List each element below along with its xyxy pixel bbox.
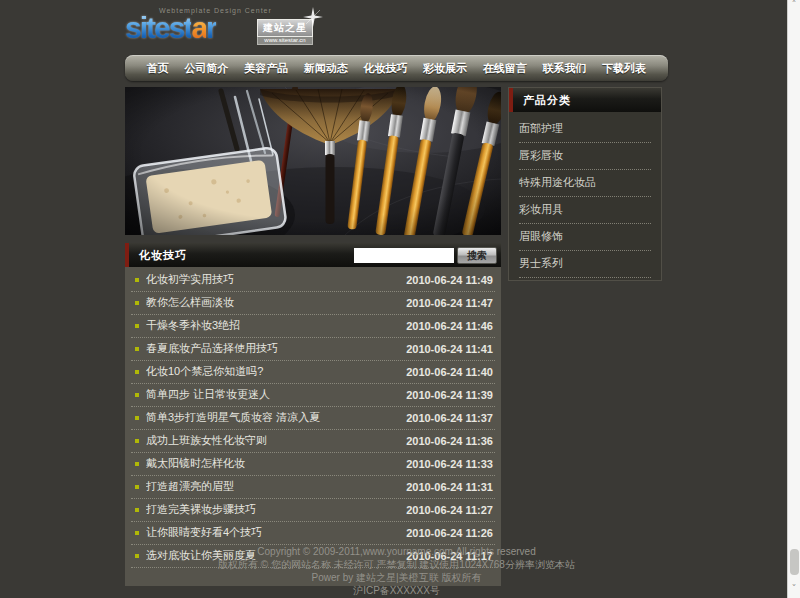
news-list-item[interactable]: 教你怎么样画淡妆2010-06-24 11:47 (131, 292, 495, 315)
logo-wordmark-part1: sitest (125, 11, 191, 44)
bullet-icon (135, 301, 139, 305)
sidebar-item-mens-series[interactable]: 男士系列 (519, 251, 651, 278)
news-item-title[interactable]: 化妆初学实用技巧 (146, 272, 398, 287)
footer-icp: 沪ICP备XXXXXX号 (125, 584, 668, 597)
news-list-item[interactable]: 戴太阳镜时怎样化妆2010-06-24 11:33 (131, 453, 495, 476)
footer-powered-by: Power by 建站之星|美橙互联 版权所有 (125, 571, 668, 584)
bullet-icon (135, 485, 139, 489)
news-item-date: 2010-06-24 11:49 (406, 274, 493, 286)
sidebar-item-facial-care[interactable]: 面部护理 (519, 116, 651, 143)
makeup-tips-title: 化妆技巧 (129, 248, 187, 263)
logo-wordmark: sitestar (125, 13, 216, 43)
news-list-item[interactable]: 打造超漂亮的眉型2010-06-24 11:31 (131, 476, 495, 499)
nav-item-home[interactable]: 首页 (147, 61, 169, 76)
site-logo[interactable]: Webtemplate Design Center sitestar 建站之星 … (125, 5, 365, 53)
search-button[interactable]: 搜索 (457, 247, 497, 264)
scroll-down-icon[interactable]: ˇ (788, 584, 800, 598)
news-item-title[interactable]: 简单四步 让日常妆更迷人 (146, 387, 398, 402)
search-bar: 搜索 (354, 247, 497, 264)
news-item-title[interactable]: 化妆10个禁忌你知道吗? (146, 364, 398, 379)
news-item-title[interactable]: 让你眼睛变好看4个技巧 (146, 525, 398, 540)
product-categories-panel: 产品分类 面部护理 唇彩唇妆 特殊用途化妆品 彩妆用具 眉眼修饰 男士系列 (508, 87, 662, 281)
sidebar-item-makeup-tools[interactable]: 彩妆用具 (519, 197, 651, 224)
nav-item-makeup-show[interactable]: 彩妆展示 (423, 61, 467, 76)
nav-item-guestbook[interactable]: 在线留言 (483, 61, 527, 76)
bullet-icon (135, 370, 139, 374)
footer: Copyright © 2009-2011,www.yourname.com,A… (125, 545, 668, 597)
news-item-date: 2010-06-24 11:27 (406, 504, 493, 516)
logo-badge-url: www.sitestar.cn (257, 37, 313, 45)
sidebar-item-special-cosmetics[interactable]: 特殊用途化妆品 (519, 170, 651, 197)
bullet-icon (135, 439, 139, 443)
bullet-icon (135, 393, 139, 397)
bullet-icon (135, 531, 139, 535)
news-list-item[interactable]: 简单3步打造明星气质妆容 清凉入夏2010-06-24 11:37 (131, 407, 495, 430)
news-list: 化妆初学实用技巧2010-06-24 11:49 教你怎么样画淡妆2010-06… (125, 267, 501, 568)
news-list-item[interactable]: 干燥冬季补妆3绝招2010-06-24 11:46 (131, 315, 495, 338)
makeup-tips-header: 化妆技巧 搜索 (125, 243, 501, 267)
news-list-item[interactable]: 化妆10个禁忌你知道吗?2010-06-24 11:40 (131, 361, 495, 384)
footer-copyright: Copyright © 2009-2011,www.yourname.com,A… (125, 545, 668, 558)
product-categories-header: 产品分类 (509, 88, 661, 112)
news-item-date: 2010-06-24 11:40 (406, 366, 493, 378)
nav-item-news[interactable]: 新闻动态 (304, 61, 348, 76)
news-item-date: 2010-06-24 11:37 (406, 412, 493, 424)
sidebar-item-brow-eye[interactable]: 眉眼修饰 (519, 224, 651, 251)
bullet-icon (135, 278, 139, 282)
scrollbar[interactable]: ˆ ˇ (787, 0, 800, 598)
news-item-date: 2010-06-24 11:41 (406, 343, 493, 355)
nav-item-downloads[interactable]: 下载列表 (602, 61, 646, 76)
nav-item-company[interactable]: 公司简介 (184, 61, 228, 76)
bullet-icon (135, 462, 139, 466)
news-list-item[interactable]: 简单四步 让日常妆更迷人2010-06-24 11:39 (131, 384, 495, 407)
news-item-title[interactable]: 打造完美裸妆步骤技巧 (146, 502, 398, 517)
news-item-date: 2010-06-24 11:47 (406, 297, 493, 309)
search-input[interactable] (354, 248, 454, 263)
footer-rights: 版权所有 © 您的网站名称 未经许可 严禁复制 建议使用1024X768分辨率浏… (125, 558, 668, 571)
news-item-title[interactable]: 教你怎么样画淡妆 (146, 295, 398, 310)
makeup-tips-panel: 化妆技巧 搜索 化妆初学实用技巧2010-06-24 11:49 教你怎么样画淡… (125, 243, 501, 586)
news-list-item[interactable]: 让你眼睛变好看4个技巧2010-06-24 11:26 (131, 522, 495, 545)
makeup-brushes-illustration (125, 87, 501, 235)
news-item-date: 2010-06-24 11:39 (406, 389, 493, 401)
nav-item-contact[interactable]: 联系我们 (542, 61, 586, 76)
logo-wordmark-part3: r (206, 11, 216, 44)
news-list-item[interactable]: 打造完美裸妆步骤技巧2010-06-24 11:27 (131, 499, 495, 522)
news-list-item[interactable]: 成功上班族女性化妆守则2010-06-24 11:36 (131, 430, 495, 453)
main-nav: 首页 公司简介 美容产品 新闻动态 化妆技巧 彩妆展示 在线留言 联系我们 下载… (125, 55, 668, 81)
scrollbar-thumb[interactable] (790, 549, 799, 575)
news-item-date: 2010-06-24 11:31 (406, 481, 493, 493)
news-item-date: 2010-06-24 11:46 (406, 320, 493, 332)
sparkle-icon (303, 7, 323, 27)
product-categories-title: 产品分类 (513, 93, 571, 108)
news-item-title[interactable]: 戴太阳镜时怎样化妆 (146, 456, 398, 471)
logo-wordmark-part2: a (191, 11, 206, 44)
news-item-title[interactable]: 春夏底妆产品选择使用技巧 (146, 341, 398, 356)
news-item-title[interactable]: 打造超漂亮的眉型 (146, 479, 398, 494)
news-list-item[interactable]: 春夏底妆产品选择使用技巧2010-06-24 11:41 (131, 338, 495, 361)
sidebar-item-lip-makeup[interactable]: 唇彩唇妆 (519, 143, 651, 170)
nav-item-beauty-products[interactable]: 美容产品 (244, 61, 288, 76)
news-item-date: 2010-06-24 11:33 (406, 458, 493, 470)
nav-item-makeup-tips[interactable]: 化妆技巧 (363, 61, 407, 76)
scroll-up-icon[interactable]: ˆ (788, 0, 800, 14)
news-item-date: 2010-06-24 11:26 (406, 527, 493, 539)
news-item-title[interactable]: 成功上班族女性化妆守则 (146, 433, 398, 448)
news-item-title[interactable]: 简单3步打造明星气质妆容 清凉入夏 (146, 410, 398, 425)
news-item-date: 2010-06-24 11:36 (406, 435, 493, 447)
news-list-item[interactable]: 化妆初学实用技巧2010-06-24 11:49 (131, 269, 495, 292)
page: Webtemplate Design Center sitestar 建站之星 … (0, 0, 800, 598)
bullet-icon (135, 324, 139, 328)
product-categories-list: 面部护理 唇彩唇妆 特殊用途化妆品 彩妆用具 眉眼修饰 男士系列 (509, 112, 661, 280)
bullet-icon (135, 416, 139, 420)
hero-makeup-brushes-photo (125, 87, 501, 235)
news-item-title[interactable]: 干燥冬季补妆3绝招 (146, 318, 398, 333)
bullet-icon (135, 508, 139, 512)
bullet-icon (135, 347, 139, 351)
